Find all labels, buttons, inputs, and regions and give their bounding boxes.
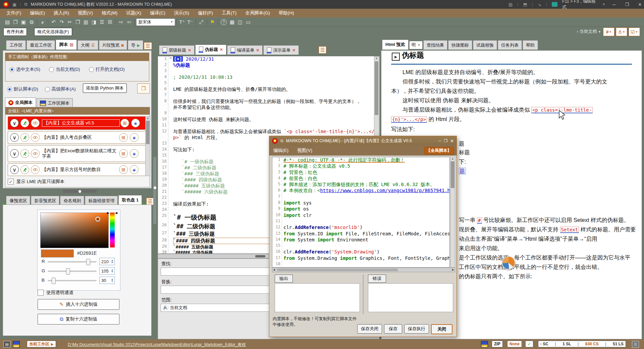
format-choice-button[interactable]: 格式化选择题(F): [34, 28, 72, 36]
error-box[interactable]: [368, 283, 453, 312]
paste-special-icon[interactable]: ◨: [90, 18, 98, 26]
run-script-icon[interactable]: [20, 133, 29, 142]
preview-eye-icon[interactable]: [31, 119, 40, 127]
run-script-icon[interactable]: [20, 149, 29, 158]
open-folder-icon[interactable]: ❒: [11, 18, 19, 26]
menu-item-格式(M)[interactable]: 格式(M): [97, 9, 122, 17]
cut-icon[interactable]: ✂: [66, 18, 74, 26]
lws-status-icon[interactable]: LWS: [481, 341, 488, 348]
script-item[interactable]: ∨【内置】公文生成器 v0.5⊞◈: [8, 116, 146, 130]
readonly-scripts-checkbox[interactable]: ✓ 显示 LME 内置只读脚本: [8, 179, 64, 185]
preview-tab-查找结果[interactable]: 查找结果: [423, 40, 447, 50]
editor-tab-层级标题[interactable]: 层级标题✕: [159, 45, 195, 55]
grid-icon[interactable]: ▦: [228, 18, 236, 26]
list-status-icon[interactable]: ☰: [632, 341, 639, 348]
chevron-down-icon[interactable]: ▼: [602, 3, 605, 6]
editor-tab-伪标题[interactable]: 伪标题✕: [195, 45, 226, 55]
preview-tab-快捷图标[interactable]: 快捷图标: [448, 40, 472, 50]
b-slider[interactable]: [48, 280, 97, 281]
locate-diamond-icon[interactable]: ◈: [131, 119, 140, 127]
g-slider[interactable]: [48, 271, 97, 272]
dialog-button-保存关闭[interactable]: 保存关闭: [357, 324, 382, 334]
save-titlebar-icon[interactable]: ▣: [12, 2, 16, 7]
close-tab-icon[interactable]: ✕: [292, 48, 296, 53]
bottom-tab-影音预览区[interactable]: 影音预览区: [31, 196, 59, 205]
r-value-spinner[interactable]: 210▲▼: [99, 258, 115, 265]
script-item[interactable]: ∨【内置】把Excel数据块粘贴成二维文字表⊞◈: [8, 145, 146, 162]
left-tab-menu-icon[interactable]: ☰: [144, 42, 152, 50]
scroll-up-icon[interactable]: ▲: [146, 117, 150, 120]
saturation-value-field[interactable]: [40, 213, 109, 248]
menu-item-试题(X)[interactable]: 试题(X): [122, 9, 146, 17]
theme-selector[interactable]: 明▼: [409, 41, 423, 49]
sidebar-tab-脚本[interactable]: 脚本▤: [56, 40, 76, 50]
chevron-down-icon[interactable]: ∨: [10, 119, 19, 127]
bottom-tab-标题链接管理[interactable]: 标题链接管理: [85, 196, 118, 205]
dialog-code-hscrollbar[interactable]: ◀ ▶: [272, 268, 455, 272]
g-value-spinner[interactable]: 105▲▼: [99, 267, 115, 275]
dialog-code-scrollbar[interactable]: ▲: [450, 157, 455, 268]
font-increase-icon[interactable]: T⁺: [178, 18, 186, 26]
menu-item-插入(R)[interactable]: 插入(R): [49, 9, 73, 17]
browser-e-icon[interactable]: e: [39, 18, 47, 26]
mute-icon[interactable]: ▭: [244, 18, 252, 26]
run-script-icon[interactable]: [20, 119, 29, 127]
script-item[interactable]: ∨【内置】插入考点折叠区⊞◈: [8, 131, 146, 144]
sidebar-tab-导[interactable]: 导▶: [128, 40, 143, 50]
close-tab-icon[interactable]: ✕: [188, 48, 191, 53]
copy-hex-button[interactable]: ⧉ 复制十六进制值: [38, 314, 119, 325]
scope-radio-2[interactable]: 打开的文档(O): [89, 66, 125, 72]
layout-icon[interactable]: ◫: [236, 18, 244, 26]
save-icon[interactable]: ▣: [19, 18, 28, 26]
window-popout-icon[interactable]: ⧉: [24, 2, 28, 7]
locate-diamond-icon[interactable]: ◈: [130, 133, 139, 142]
dialog-menu-view[interactable]: 视图(V): [297, 148, 312, 154]
window-grid-icon[interactable]: ⊞: [119, 133, 128, 142]
preview-eye-icon[interactable]: [31, 165, 40, 174]
hue-arrow-right-icon[interactable]: ▶: [107, 211, 109, 215]
locate-diamond-icon[interactable]: ◈: [130, 149, 139, 158]
dialog-close-icon[interactable]: ✕: [450, 138, 454, 143]
menu-item-全局脚本(G)[interactable]: 全局脚本(G): [241, 9, 274, 17]
editor-tab-编译菜单[interactable]: 编译菜单✕: [227, 45, 263, 55]
kind-radio-0[interactable]: 默认脚本(D): [7, 86, 38, 92]
anchor-button[interactable]: ⚓▼: [616, 27, 627, 36]
preview-eye-icon[interactable]: [31, 149, 40, 158]
minimize-button[interactable]: ─: [610, 2, 618, 7]
chevron-down-icon[interactable]: ∨: [10, 133, 19, 142]
sidebar-tab-大纲[interactable]: 大纲☰: [77, 40, 98, 50]
ordered-list-button[interactable]: 有序列表: [3, 28, 27, 36]
restore-button[interactable]: ❐: [623, 2, 631, 7]
script-source-tab-全局脚本[interactable]: 全局脚本: [5, 98, 36, 108]
hue-bar[interactable]: [110, 213, 115, 247]
print-icon[interactable]: ▤: [508, 2, 513, 7]
flag-icon[interactable]: ⚑: [208, 18, 216, 26]
script-list-scrollbar[interactable]: ▲: [145, 116, 150, 176]
menu-item-编辑(E)[interactable]: 编辑(E): [25, 9, 49, 17]
close-button[interactable]: ✕: [636, 2, 644, 7]
preview-tab-Html 预览[interactable]: Html 预览: [382, 40, 409, 50]
new-file-icon[interactable]: ▤: [3, 18, 11, 26]
color-selector-ring[interactable]: [95, 217, 100, 222]
dialog-maximize-button[interactable]: ❐: [444, 138, 447, 143]
bottom-tab-取色盘 1[interactable]: 取色盘 1: [118, 195, 142, 205]
scope-radio-0[interactable]: 选中文本(S): [9, 66, 40, 72]
editor-tab-演示菜单[interactable]: 演示菜单✕: [263, 45, 299, 55]
left-panel-splitter[interactable]: [63, 190, 97, 193]
script-item[interactable]: ∨【内置】显示方括号对的数目⊞◈: [8, 163, 146, 176]
menu-item-帮助(H)[interactable]: 帮助(H): [274, 9, 299, 17]
fullscreen-icon[interactable]: ⤢: [197, 18, 205, 26]
hue-arrow-left-icon[interactable]: ◀: [115, 211, 117, 215]
menu-item-视图(V)[interactable]: 视图(V): [73, 9, 97, 17]
clipboard-list-icon[interactable]: ☰: [98, 18, 106, 26]
clipboard-status-icon[interactable]: ▤: [3, 341, 10, 348]
bottom-tab-像预览区[interactable]: 像预览区: [6, 196, 30, 205]
clipboard-clear-icon[interactable]: ☒: [106, 18, 114, 26]
copy-icon[interactable]: ❐: [74, 18, 82, 26]
output-box[interactable]: [275, 283, 360, 312]
encoding-button[interactable]: None: [507, 341, 522, 347]
arrow-down-right-icon[interactable]: ↘: [538, 2, 541, 7]
preview-tab-任务列表[interactable]: 任务列表: [498, 40, 522, 50]
chevron-down-icon[interactable]: ▼: [170, 20, 173, 23]
window-grid-icon[interactable]: ⊞: [119, 165, 128, 174]
